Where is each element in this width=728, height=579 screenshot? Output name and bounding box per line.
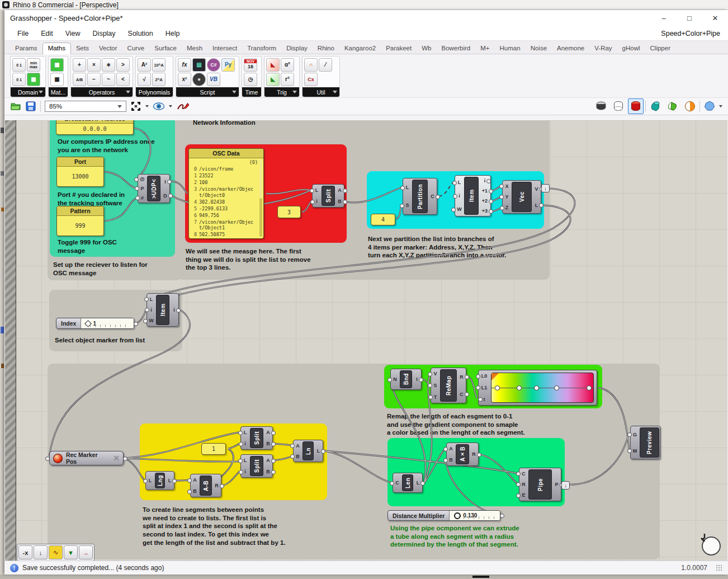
tab-vray[interactable]: V-Ray bbox=[589, 43, 617, 54]
port-out-a[interactable]: A bbox=[338, 187, 342, 193]
port-out-b[interactable]: B bbox=[266, 441, 270, 446]
port-in-l1[interactable]: L1 bbox=[481, 385, 488, 390]
bake-button-icon[interactable]: ↓ bbox=[561, 481, 570, 489]
tab-curve[interactable]: Curve bbox=[122, 43, 150, 54]
distance-multiplier-slider[interactable]: Distance Multiplier 0.130 bbox=[387, 510, 500, 521]
split-list-component[interactable]: Li Split AB bbox=[312, 184, 344, 208]
port-in-a[interactable]: A bbox=[449, 446, 453, 451]
component-label[interactable]: Partition bbox=[412, 180, 428, 213]
sketch-tool[interactable]: ∿ bbox=[49, 545, 63, 559]
matrix2-icon[interactable]: ▦ bbox=[50, 73, 64, 86]
tab-mesh[interactable]: Mesh bbox=[182, 43, 207, 54]
split-list-component[interactable]: Li Split AB bbox=[240, 426, 273, 450]
divide-icon[interactable]: A/B bbox=[73, 73, 86, 86]
preview-mode-green-icon[interactable] bbox=[665, 98, 680, 114]
tab-kangaroo2[interactable]: Kangaroo2 bbox=[339, 43, 381, 54]
component-label[interactable]: Split bbox=[250, 428, 263, 448]
port-in-i[interactable]: i bbox=[458, 193, 460, 199]
port-out-c[interactable]: C bbox=[431, 194, 434, 199]
slider-track[interactable]: 1 bbox=[81, 318, 134, 328]
subtraction-component[interactable]: AB A-B R bbox=[190, 474, 221, 497]
multiply-icon[interactable]: × bbox=[87, 58, 101, 72]
port-out-v[interactable]: V bbox=[535, 186, 538, 192]
port-in-t[interactable]: t bbox=[484, 397, 485, 402]
port-out-r[interactable]: R bbox=[472, 451, 476, 457]
port-in-l[interactable]: L bbox=[244, 458, 247, 463]
similarity-icon[interactable]: ~ bbox=[102, 73, 115, 86]
disconnect-icon[interactable]: ✕ bbox=[113, 454, 120, 463]
menu-solution[interactable]: Solution bbox=[122, 30, 159, 37]
interpolate-icon[interactable]: ⁄ bbox=[319, 58, 332, 72]
selection-mode-icon[interactable] bbox=[702, 98, 717, 114]
add-icon[interactable]: + bbox=[73, 58, 86, 72]
vector-component[interactable]: XYZ Vec VL ↓ bbox=[502, 180, 541, 214]
port-in-r[interactable]: R bbox=[522, 482, 526, 487]
curve-length-component[interactable]: C Len L bbox=[393, 473, 423, 493]
degrees-icon[interactable]: α° bbox=[281, 58, 294, 72]
tab-rhino[interactable]: Rhino bbox=[313, 43, 339, 54]
sqrt-icon[interactable]: √ bbox=[138, 73, 151, 86]
tab-ghowl[interactable]: gHowl bbox=[617, 43, 645, 54]
item-select-component[interactable]: LiW Item i bbox=[146, 293, 179, 327]
gradient-component[interactable]: L0L1t bbox=[478, 370, 597, 406]
zoom-select[interactable]: 85% bbox=[45, 101, 126, 112]
tab-intersect[interactable]: Intersect bbox=[207, 43, 242, 54]
vb-icon[interactable]: VB bbox=[207, 73, 220, 86]
line-component[interactable]: AB Ln L bbox=[293, 440, 323, 462]
profiler-tool[interactable]: → bbox=[79, 545, 93, 559]
port-out-r[interactable]: R bbox=[460, 374, 464, 380]
tab-bowerbird[interactable]: Bowerbird bbox=[436, 43, 475, 54]
port-in-w[interactable]: W bbox=[457, 206, 462, 212]
domain-icon[interactable]: 0 1 bbox=[12, 58, 26, 72]
port-in-g[interactable]: G bbox=[633, 432, 637, 437]
expression-icon[interactable]: fx bbox=[178, 58, 191, 72]
panel-port[interactable]: Port 13000 bbox=[56, 157, 104, 187]
port-out-i[interactable]: I bbox=[164, 179, 166, 185]
smaller-icon[interactable]: < bbox=[116, 73, 130, 86]
port-in-s[interactable]: S bbox=[433, 383, 437, 388]
port-in-c[interactable]: C bbox=[395, 480, 399, 486]
port-out-p[interactable]: P bbox=[555, 482, 558, 487]
panel-scrollbar[interactable] bbox=[259, 159, 262, 237]
index-slider[interactable]: Index 1 bbox=[56, 318, 134, 329]
port-out-i[interactable]: i bbox=[484, 178, 486, 183]
ghpython-icon[interactable]: ● bbox=[192, 73, 206, 86]
port-in-b[interactable]: B bbox=[296, 454, 300, 459]
clock-icon[interactable]: ◷ bbox=[244, 73, 257, 86]
port-in-l[interactable]: L bbox=[149, 478, 152, 483]
gaussian-icon[interactable]: ∩ bbox=[304, 58, 318, 72]
component-label[interactable]: >UDP< bbox=[147, 176, 160, 201]
panel-four[interactable]: 4 bbox=[371, 214, 395, 225]
menu-help[interactable]: Help bbox=[159, 30, 186, 37]
port-in-c[interactable]: C bbox=[522, 471, 526, 477]
chevron-down-icon[interactable] bbox=[145, 105, 149, 107]
component-label[interactable]: ReMap bbox=[440, 369, 457, 402]
port-in-pattern[interactable]: # bbox=[141, 195, 144, 201]
domain2-icon[interactable]: 0 1 bbox=[12, 73, 26, 86]
port-in-address[interactable]: @ bbox=[140, 176, 145, 182]
port-out-l[interactable]: L bbox=[317, 448, 320, 454]
preview-eye-icon[interactable] bbox=[153, 101, 165, 111]
gradient-grip[interactable] bbox=[554, 385, 559, 390]
port-in-a[interactable]: A bbox=[296, 443, 300, 449]
domain-minmax-icon[interactable]: min max bbox=[27, 58, 40, 72]
slider-track[interactable]: 0.130 bbox=[450, 511, 500, 520]
chevron-down-icon[interactable] bbox=[169, 105, 172, 107]
save-file-icon[interactable] bbox=[25, 101, 36, 112]
panel-broadcast-ip[interactable]: Broadcast IP Address 0.0.0.0 bbox=[56, 120, 134, 135]
tab-sets[interactable]: Sets bbox=[71, 43, 94, 54]
display-wire-shaded-icon[interactable] bbox=[593, 98, 609, 114]
resize-grip[interactable] bbox=[716, 564, 722, 571]
component-label[interactable]: Ln bbox=[302, 441, 314, 460]
component-label[interactable]: Item bbox=[464, 177, 479, 215]
panel-one[interactable]: 1 bbox=[201, 443, 226, 455]
partition-component[interactable]: LS Partition C bbox=[403, 178, 437, 215]
port-out-plus1[interactable]: +1 bbox=[482, 188, 488, 194]
gradient-grip[interactable] bbox=[495, 385, 500, 390]
funnel-tool[interactable]: ▼ bbox=[64, 545, 78, 559]
port-in-e[interactable]: E bbox=[522, 492, 525, 498]
port-in-l[interactable]: L bbox=[244, 430, 247, 435]
port-in-x[interactable]: X bbox=[505, 183, 508, 189]
subtract-icon[interactable]: − bbox=[87, 73, 101, 86]
tab-maths[interactable]: Maths bbox=[42, 43, 71, 54]
